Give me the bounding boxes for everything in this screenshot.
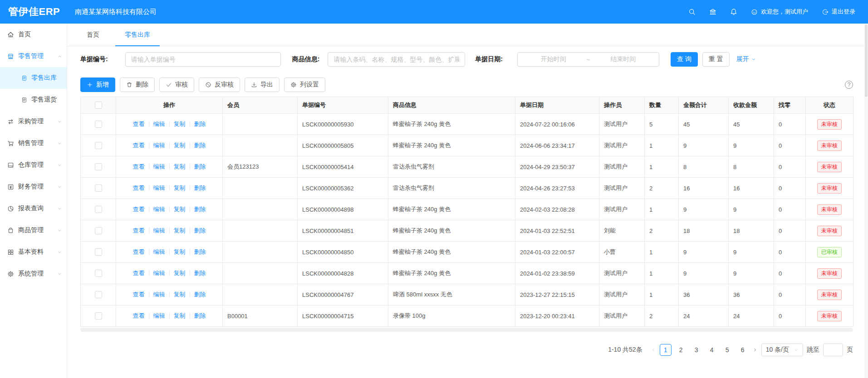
- edit-link[interactable]: 编辑: [153, 291, 165, 298]
- copy-link[interactable]: 复制: [174, 163, 186, 170]
- delete-link[interactable]: 删除: [194, 270, 206, 276]
- sidebar-item-sales[interactable]: 销售管理: [0, 132, 67, 154]
- view-link[interactable]: 查看: [133, 163, 145, 170]
- sidebar-item-retail[interactable]: 零售管理: [0, 45, 67, 67]
- edit-link[interactable]: 编辑: [153, 121, 165, 127]
- search-icon[interactable]: [688, 8, 696, 15]
- edit-link[interactable]: 编辑: [153, 206, 165, 213]
- copy-link[interactable]: 复制: [174, 184, 186, 191]
- bank-icon[interactable]: [709, 8, 716, 15]
- page-button-1[interactable]: 1: [660, 344, 672, 356]
- view-link[interactable]: 查看: [133, 121, 145, 127]
- row-checkbox[interactable]: [95, 227, 102, 234]
- sidebar-item-warehouse[interactable]: 仓库管理: [0, 154, 67, 176]
- page-button-3[interactable]: 3: [691, 344, 702, 356]
- view-link[interactable]: 查看: [133, 312, 145, 319]
- delete-link[interactable]: 删除: [194, 163, 206, 170]
- copy-link[interactable]: 复制: [174, 121, 186, 127]
- view-link[interactable]: 查看: [133, 291, 145, 298]
- scrollbar-thumb[interactable]: [865, 24, 868, 97]
- vertical-scrollbar[interactable]: [864, 24, 868, 378]
- horizontal-scrollbar[interactable]: [80, 328, 853, 332]
- row-checkbox[interactable]: [95, 184, 102, 192]
- prev-page-button[interactable]: [651, 347, 656, 353]
- copy-link[interactable]: 复制: [174, 291, 186, 298]
- edit-link[interactable]: 编辑: [153, 312, 165, 319]
- tab-home[interactable]: 首页: [77, 31, 109, 46]
- product-info-input[interactable]: [328, 52, 465, 67]
- view-link[interactable]: 查看: [133, 184, 145, 191]
- page-size-select[interactable]: 10 条/页: [761, 344, 803, 356]
- page-button-6[interactable]: 6: [737, 344, 749, 356]
- delete-link[interactable]: 删除: [194, 291, 206, 298]
- row-checkbox[interactable]: [95, 142, 102, 149]
- tab-retail-outbound[interactable]: 零售出库: [115, 31, 160, 46]
- copy-link[interactable]: 复制: [174, 312, 186, 319]
- delete-link[interactable]: 删除: [194, 227, 206, 234]
- search-button[interactable]: 查 询: [671, 52, 698, 67]
- row-checkbox[interactable]: [95, 206, 102, 213]
- app-logo[interactable]: 管伊佳ERP: [0, 5, 67, 19]
- welcome-user[interactable]: 欢迎您，测试用户: [751, 8, 808, 16]
- top-header: 管伊佳ERP 南通某某网络科技有限公司 欢迎您，测试用户 退出登录: [0, 0, 868, 24]
- edit-link[interactable]: 编辑: [153, 270, 165, 276]
- sidebar-item-basic-data[interactable]: 基本资料: [0, 241, 67, 263]
- view-link[interactable]: 查看: [133, 270, 145, 276]
- select-all-checkbox[interactable]: [95, 102, 102, 109]
- sidebar-item-finance[interactable]: 财务管理: [0, 176, 67, 198]
- row-checkbox[interactable]: [95, 291, 102, 298]
- reset-button[interactable]: 重 置: [702, 52, 730, 67]
- row-checkbox[interactable]: [95, 121, 102, 128]
- column-header-received: 收款金额: [729, 97, 774, 114]
- view-link[interactable]: 查看: [133, 206, 145, 213]
- sidebar-item-retail-outbound[interactable]: 零售出库: [0, 67, 67, 89]
- edit-link[interactable]: 编辑: [153, 248, 165, 255]
- view-link[interactable]: 查看: [133, 227, 145, 234]
- logout-button[interactable]: 退出登录: [822, 8, 855, 16]
- delete-link[interactable]: 删除: [194, 312, 206, 319]
- audit-button[interactable]: 审核: [159, 78, 194, 92]
- page-button-5[interactable]: 5: [721, 344, 733, 356]
- delete-link[interactable]: 删除: [194, 248, 206, 255]
- sidebar-item-reports[interactable]: 报表查询: [0, 198, 67, 219]
- bell-icon[interactable]: [730, 8, 737, 15]
- edit-link[interactable]: 编辑: [153, 184, 165, 191]
- copy-link[interactable]: 复制: [174, 206, 186, 213]
- expand-toggle[interactable]: 展开: [736, 55, 756, 63]
- delete-link[interactable]: 删除: [194, 142, 206, 149]
- sidebar-item-system[interactable]: 系统管理: [0, 263, 67, 285]
- column-settings-button[interactable]: 列设置: [284, 78, 325, 92]
- jump-page-input[interactable]: [823, 344, 843, 356]
- delete-link[interactable]: 删除: [194, 121, 206, 127]
- row-checkbox[interactable]: [95, 163, 102, 170]
- copy-link[interactable]: 复制: [174, 248, 186, 255]
- view-link[interactable]: 查看: [133, 248, 145, 255]
- delete-link[interactable]: 删除: [194, 184, 206, 191]
- sidebar-item-purchase[interactable]: 采购管理: [0, 111, 67, 132]
- help-icon[interactable]: ?: [845, 81, 853, 89]
- copy-link[interactable]: 复制: [174, 227, 186, 234]
- edit-link[interactable]: 编辑: [153, 142, 165, 149]
- row-checkbox[interactable]: [95, 248, 102, 256]
- page-button-4[interactable]: 4: [706, 344, 718, 356]
- copy-link[interactable]: 复制: [174, 270, 186, 276]
- add-button[interactable]: 新增: [80, 78, 115, 92]
- sidebar-item-home[interactable]: 首页: [0, 24, 67, 45]
- unaudit-button[interactable]: 反审核: [199, 78, 240, 92]
- cell-received: 9: [729, 263, 774, 284]
- row-checkbox[interactable]: [95, 270, 102, 277]
- edit-link[interactable]: 编辑: [153, 163, 165, 170]
- page-button-2[interactable]: 2: [675, 344, 687, 356]
- delete-button[interactable]: 删除: [120, 78, 155, 92]
- sidebar-item-products[interactable]: 商品管理: [0, 219, 67, 241]
- export-button[interactable]: 导出: [245, 78, 280, 92]
- delete-link[interactable]: 删除: [194, 206, 206, 213]
- row-checkbox[interactable]: [95, 312, 102, 320]
- copy-link[interactable]: 复制: [174, 142, 186, 149]
- next-page-button[interactable]: [752, 347, 758, 353]
- view-link[interactable]: 查看: [133, 142, 145, 149]
- edit-link[interactable]: 编辑: [153, 227, 165, 234]
- bill-no-input[interactable]: [125, 52, 281, 67]
- sidebar-item-retail-return[interactable]: 零售退货: [0, 89, 67, 111]
- date-range-picker[interactable]: 开始时间 ~ 结束时间: [517, 52, 659, 67]
